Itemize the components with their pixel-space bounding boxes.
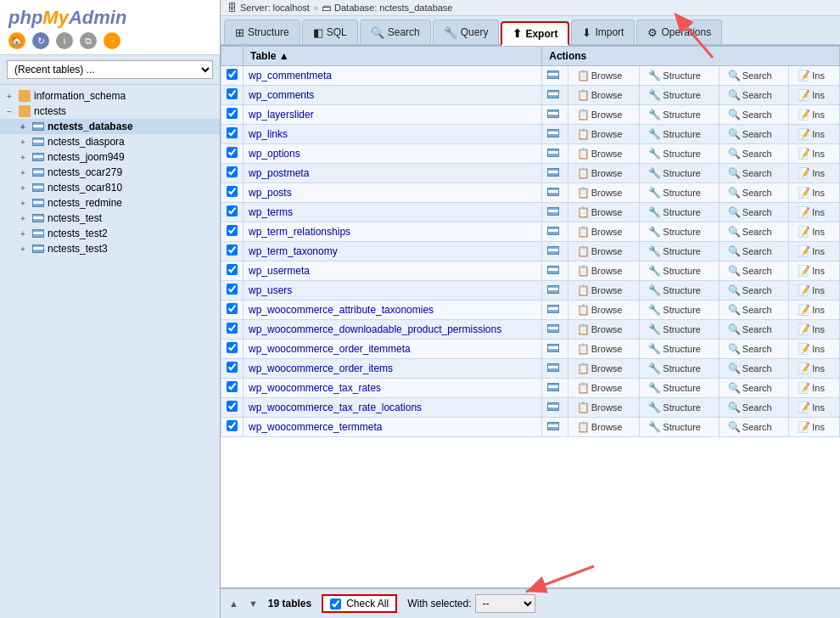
tab-operations[interactable]: ⚙Operations [636,20,722,44]
browse-action-cell[interactable]: 📋Browse [568,144,640,164]
tree-item-nctests_test[interactable]: +nctests_test [0,211,220,226]
structure-action-cell[interactable]: 🔧Structure [640,359,720,379]
search-action[interactable]: 🔍Search [725,284,776,297]
check-all-button[interactable]: Check All [322,594,397,613]
insert-action[interactable]: 📝Ins [794,342,828,356]
search-action-cell[interactable]: 🔍Search [719,359,788,379]
table-name[interactable]: wp_links [244,125,542,144]
search-action[interactable]: 🔍Search [725,323,776,336]
search-action-cell[interactable]: 🔍Search [719,261,788,281]
search-action-cell[interactable]: 🔍Search [719,301,788,320]
row-checkbox[interactable] [227,205,238,216]
browse-action[interactable]: 📋Browse [574,127,626,141]
insert-action-cell[interactable]: 📝Ins [789,261,840,281]
structure-action-cell[interactable]: 🔧Structure [640,418,720,437]
browse-action[interactable]: 📋Browse [574,244,626,258]
insert-action[interactable]: 📝Ins [794,225,828,239]
table-name[interactable]: wp_woocommerce_downloadable_product_perm… [244,320,542,340]
recent-tables-select[interactable]: (Recent tables) ... [7,60,213,79]
structure-action[interactable]: 🔧Structure [645,264,704,278]
search-action[interactable]: 🔍Search [725,127,776,141]
structure-action-cell[interactable]: 🔧Structure [640,183,720,203]
tree-item-nctests_joom949[interactable]: +nctests_joom949 [0,149,220,165]
insert-action-cell[interactable]: 📝Ins [789,86,840,105]
insert-action-cell[interactable]: 📝Ins [789,222,840,242]
tab-sql[interactable]: ◧SQL [302,20,358,44]
structure-action[interactable]: 🔧Structure [645,303,704,317]
search-action[interactable]: 🔍Search [725,342,776,356]
home-icon[interactable]: 🏠 [8,32,25,49]
browse-action[interactable]: 📋Browse [574,69,626,82]
check-all-checkbox[interactable] [330,598,341,610]
browse-action[interactable]: 📋Browse [574,264,626,278]
row-checkbox[interactable] [227,401,238,412]
col-table[interactable]: Table ▲ [244,47,542,66]
search-action-cell[interactable]: 🔍Search [719,105,788,125]
row-checkbox[interactable] [227,342,238,353]
browse-action-cell[interactable]: 📋Browse [568,301,640,320]
insert-action[interactable]: 📝Ins [794,284,828,297]
table-name[interactable]: wp_term_taxonomy [244,242,542,261]
insert-action-cell[interactable]: 📝Ins [789,320,840,340]
insert-action[interactable]: 📝Ins [794,186,828,199]
table-name[interactable]: wp_comments [244,86,542,105]
insert-action-cell[interactable]: 📝Ins [789,301,840,320]
row-checkbox[interactable] [227,147,238,158]
structure-action[interactable]: 🔧Structure [645,108,704,121]
table-name[interactable]: wp_woocommerce_order_items [244,359,542,379]
table-name[interactable]: wp_woocommerce_order_itemmeta [244,340,542,359]
insert-action-cell[interactable]: 📝Ins [789,183,840,203]
browse-action-cell[interactable]: 📋Browse [568,125,640,144]
insert-action-cell[interactable]: 📝Ins [789,242,840,261]
browse-action[interactable]: 📋Browse [574,362,626,375]
tree-item-nctests_test3[interactable]: +nctests_test3 [0,241,220,256]
search-action-cell[interactable]: 🔍Search [719,144,788,164]
browse-action[interactable]: 📋Browse [574,284,626,297]
structure-action-cell[interactable]: 🔧Structure [640,379,720,398]
table-name[interactable]: wp_term_relationships [244,222,542,242]
structure-action-cell[interactable]: 🔧Structure [640,301,720,320]
table-name[interactable]: wp_woocommerce_termmeta [244,418,542,437]
row-checkbox[interactable] [227,69,238,80]
insert-action[interactable]: 📝Ins [794,88,828,102]
browse-action-cell[interactable]: 📋Browse [568,398,640,418]
browse-action[interactable]: 📋Browse [574,342,626,356]
tree-item-nctests_database[interactable]: +nctests_database [0,119,220,134]
table-name[interactable]: wp_postmeta [244,164,542,183]
browse-action[interactable]: 📋Browse [574,323,626,336]
structure-action-cell[interactable]: 🔧Structure [640,86,720,105]
structure-action[interactable]: 🔧Structure [645,342,704,356]
insert-action-cell[interactable]: 📝Ins [789,203,840,222]
browse-action[interactable]: 📋Browse [574,88,626,102]
search-action-cell[interactable]: 🔍Search [719,66,788,86]
insert-action-cell[interactable]: 📝Ins [789,418,840,437]
info-icon[interactable]: i [56,32,73,49]
insert-action[interactable]: 📝Ins [794,147,828,160]
browse-action[interactable]: 📋Browse [574,108,626,121]
tree-item-nctests_diaspora[interactable]: +nctests_diaspora [0,134,220,149]
browse-action[interactable]: 📋Browse [574,401,626,414]
insert-action-cell[interactable]: 📝Ins [789,125,840,144]
structure-action[interactable]: 🔧Structure [645,401,704,414]
tree-item-nctests_ocar810[interactable]: +nctests_ocar810 [0,180,220,195]
browse-action[interactable]: 📋Browse [574,225,626,239]
search-action[interactable]: 🔍Search [725,108,776,121]
row-checkbox[interactable] [227,166,238,177]
search-action[interactable]: 🔍Search [725,362,776,375]
insert-action[interactable]: 📝Ins [794,69,828,82]
row-checkbox[interactable] [227,244,238,256]
structure-action-cell[interactable]: 🔧Structure [640,261,720,281]
structure-action-cell[interactable]: 🔧Structure [640,398,720,418]
tab-structure[interactable]: ⊞Structure [224,20,300,44]
browse-action-cell[interactable]: 📋Browse [568,379,640,398]
insert-action[interactable]: 📝Ins [794,264,828,278]
browse-action-cell[interactable]: 📋Browse [568,86,640,105]
insert-action[interactable]: 📝Ins [794,244,828,258]
structure-action-cell[interactable]: 🔧Structure [640,105,720,125]
structure-action-cell[interactable]: 🔧Structure [640,144,720,164]
insert-action-cell[interactable]: 📝Ins [789,340,840,359]
search-action-cell[interactable]: 🔍Search [719,379,788,398]
insert-action[interactable]: 📝Ins [794,127,828,141]
browse-action-cell[interactable]: 📋Browse [568,164,640,183]
browse-action[interactable]: 📋Browse [574,186,626,199]
